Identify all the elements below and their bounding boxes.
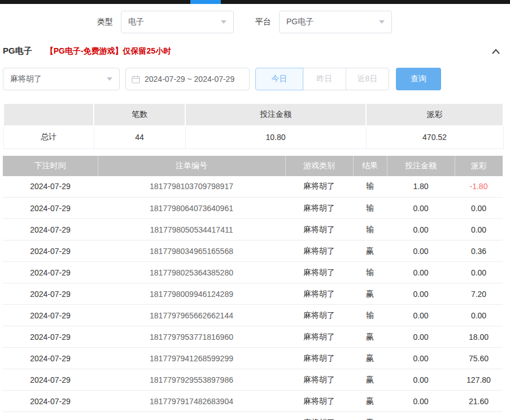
result: 赢 (353, 412, 387, 420)
bet-date: 2024-07-29 (3, 198, 98, 219)
game-type: 麻将胡了 (285, 240, 353, 262)
bet-date: 2024-07-29 (3, 348, 98, 369)
payout: 0.00 (455, 219, 503, 240)
bet-amount: 0.00 (387, 348, 455, 369)
header-order-id: 注单编号 (98, 156, 285, 176)
game-type: 麻将胡了 (285, 348, 353, 369)
table-row: 2024-07-291817798034965165568麻将胡了赢0.000.… (3, 240, 503, 262)
records-table: 下注时间 注单编号 游戏类别 结果 投注金额 派彩 2024-07-291817… (3, 156, 503, 420)
table-row: 2024-07-291817797917482683904麻将胡了赢0.0021… (3, 391, 503, 412)
section-title: PG电子 (3, 46, 32, 56)
header-game-type: 游戏类别 (285, 156, 353, 176)
summary-header-row: 笔数 投注金额 派彩 (3, 103, 503, 126)
payout: 21.60 (455, 391, 503, 412)
records-header-row: 下注时间 注单编号 游戏类别 结果 投注金额 派彩 (3, 156, 503, 176)
section-notice: 【PG电子-免费游戏】仅保留25小时 (46, 46, 171, 56)
payout: 0.00 (455, 198, 503, 219)
bet-amount: 0.00 (387, 198, 455, 219)
game-type: 麻将胡了 (285, 305, 353, 326)
bet-amount: 0.00 (387, 283, 455, 305)
section-header: PG电子 【PG电子-免费游戏】仅保留25小时 (3, 46, 501, 56)
table-row: 2024-07-291817798064073640961麻将胡了输0.000.… (3, 198, 503, 219)
summary-table: 笔数 投注金额 派彩 总计 44 10.80 470.52 (3, 103, 504, 149)
bet-amount: 0.00 (387, 305, 455, 326)
bet-amount (387, 412, 455, 420)
type-select[interactable]: 电子 (121, 11, 234, 33)
table-row: 2024-07-291817797929553897986麻将胡了赢0.0012… (3, 369, 503, 391)
bet-amount: 0.00 (387, 262, 455, 283)
table-row: 2024-07-291817797941268599299麻将胡了赢0.0075… (3, 348, 503, 369)
header-payout: 派彩 (455, 156, 503, 176)
header-result: 结果 (353, 156, 387, 176)
order-id: 1817798034965165568 (98, 240, 285, 262)
order-id: 1817797953771816960 (98, 326, 285, 348)
quick-btn-yesterday[interactable]: 昨日 (303, 68, 346, 90)
bet-amount: 1.80 (387, 176, 455, 198)
date-range-input[interactable]: 2024-07-29 ~ 2024-07-29 (125, 68, 250, 90)
result: 输 (353, 305, 387, 326)
result: 赢 (353, 348, 387, 369)
bet-amount: 0.00 (387, 240, 455, 262)
game-select[interactable]: 麻将胡了 (3, 68, 120, 90)
result: 输 (353, 176, 387, 198)
summary-total-label: 总计 (3, 126, 94, 148)
table-row: 2024-07-291817798025364385280麻将胡了输0.000.… (3, 262, 503, 283)
order-id: 1817797917482683904 (98, 391, 285, 412)
bet-date: 2024-07-29 (3, 412, 98, 420)
chevron-down-icon (107, 77, 112, 81)
result: 赢 (353, 283, 387, 305)
game-type: 麻将胡了 (285, 176, 353, 198)
platform-select-value: PG电子 (286, 17, 313, 27)
collapse-button[interactable] (491, 47, 501, 55)
summary-total-row: 总计 44 10.80 470.52 (3, 126, 503, 148)
table-row: 2024-07-291817798050534417411麻将胡了输0.000.… (3, 219, 503, 240)
active-tab-indicator (190, 0, 221, 4)
browser-top-strip (0, 0, 510, 4)
bet-date: 2024-07-29 (3, 240, 98, 262)
chevron-up-icon (491, 47, 501, 55)
bet-date: 2024-07-29 (3, 262, 98, 283)
bet-date: 2024-07-29 (3, 283, 98, 305)
table-body: 2024-07-291817798103709798917麻将胡了输1.80-1… (3, 176, 503, 420)
result: 输 (353, 198, 387, 219)
order-id: 1817797929553897986 (98, 369, 285, 391)
bet-date: 2024-07-29 (3, 326, 98, 348)
bet-date: 2024-07-29 (3, 305, 98, 326)
payout: 0.36 (455, 240, 503, 262)
payout: 18.00 (455, 326, 503, 348)
order-id: 1817797941268599299 (98, 348, 285, 369)
quick-btn-today[interactable]: 今日 (255, 68, 303, 90)
bet-date: 2024-07-29 (3, 219, 98, 240)
platform-select[interactable]: PG电子 (279, 11, 392, 33)
search-button[interactable]: 查询 (396, 68, 441, 90)
quick-btn-8days[interactable]: 近8日 (346, 68, 389, 90)
result: 赢 (353, 326, 387, 348)
result: 赢 (353, 369, 387, 391)
query-row: 麻将胡了 2024-07-29 ~ 2024-07-29 今日 昨日 近8日 查… (3, 68, 510, 90)
summary-total-payout: 470.52 (366, 126, 503, 148)
bet-amount: 0.00 (387, 326, 455, 348)
summary-header-empty (3, 103, 94, 126)
game-select-value: 麻将胡了 (10, 74, 42, 84)
summary-total-count: 44 (94, 126, 185, 148)
bet-date: 2024-07-29 (3, 369, 98, 391)
payout: -1.80 (455, 176, 503, 198)
type-label: 类型 (97, 17, 113, 27)
game-type: 麻将胡了 (285, 262, 353, 283)
payout: 127.80 (455, 369, 503, 391)
bet-date: 2024-07-29 (3, 176, 98, 198)
payout: 7.20 (455, 283, 503, 305)
table-row: 2024-07-29麻将胡了赢 (3, 412, 503, 420)
chevron-down-icon (379, 20, 385, 24)
order-id: 1817798025364385280 (98, 262, 285, 283)
order-id (98, 412, 285, 420)
table-row: 2024-07-291817797965662662144麻将胡了输0.000.… (3, 305, 503, 326)
bet-amount: 0.00 (387, 219, 455, 240)
bet-date: 2024-07-29 (3, 391, 98, 412)
quick-date-group: 今日 昨日 近8日 (255, 68, 389, 90)
order-id: 1817798103709798917 (98, 176, 285, 198)
payout: 75.60 (455, 348, 503, 369)
bet-amount: 0.00 (387, 391, 455, 412)
chevron-down-icon (221, 20, 226, 24)
result: 赢 (353, 391, 387, 412)
